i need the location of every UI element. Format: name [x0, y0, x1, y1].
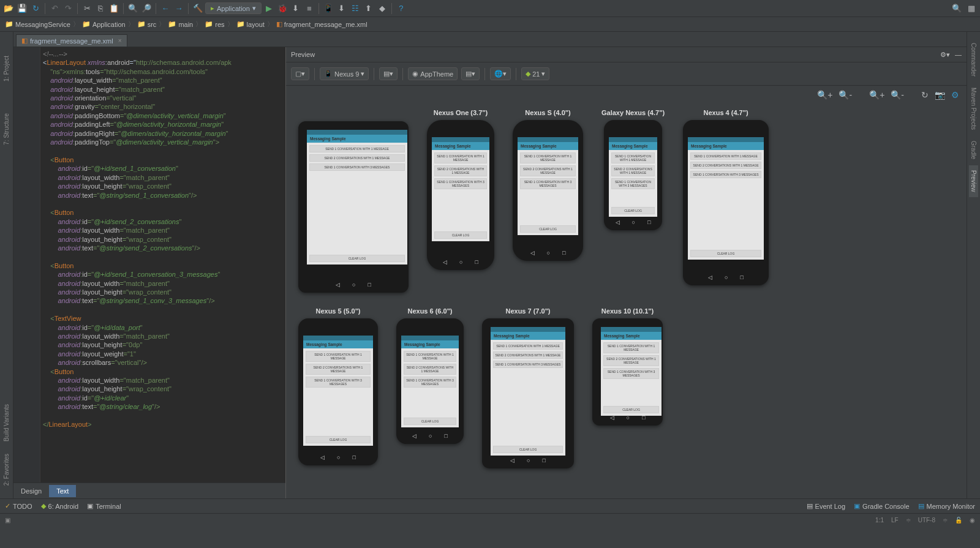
screenshot-icon[interactable]: 📷: [935, 90, 945, 100]
maven-tool-tab[interactable]: Maven Projects: [969, 83, 978, 135]
orientation-button[interactable]: ▢▾: [291, 67, 309, 80]
open-icon[interactable]: 📂: [2, 2, 15, 15]
encoding[interactable]: UTF-8: [918, 517, 935, 524]
zoom-out-icon[interactable]: 🔍-: [839, 90, 852, 100]
forward-icon[interactable]: →: [173, 2, 185, 15]
separator: [391, 3, 392, 14]
run-configuration-dropdown[interactable]: ▸ Application ▾: [205, 2, 262, 14]
settings-icon[interactable]: ⚙: [951, 90, 959, 100]
preview-tool-tab[interactable]: Preview: [969, 165, 978, 197]
todo-tool[interactable]: ✓TODO: [5, 502, 32, 510]
bottom-tool-bar: ✓TODO ◆6: Android ▣Terminal ▤Event Log ▣…: [0, 498, 980, 513]
android-tool[interactable]: ◆6: Android: [41, 502, 79, 510]
zoom-fit-icon[interactable]: 🔍+: [869, 90, 884, 100]
device-preview[interactable]: Galaxy Nexus (4.7") Messaging Sample SEN…: [601, 109, 665, 230]
window-icon[interactable]: ▣: [5, 517, 10, 524]
build-variants-tool-tab[interactable]: Build Variants: [1, 399, 12, 447]
sdk-manager-icon[interactable]: ⬇: [336, 2, 348, 15]
ddms-icon[interactable]: ☷: [349, 2, 361, 15]
terminal-tool[interactable]: ▣Terminal: [87, 502, 121, 510]
breadcrumb-item[interactable]: ◧fragment_message_me.xml: [276, 20, 368, 28]
device-preview[interactable]: Nexus One (3.7") Messaging Sample SEND 1…: [427, 109, 494, 270]
breadcrumb-item[interactable]: 📁Application: [82, 20, 126, 28]
favorites-tool-tab[interactable]: 2: Favorites: [1, 448, 12, 491]
debug-icon[interactable]: 🐞: [276, 2, 288, 15]
run-config-label: Application: [217, 5, 250, 12]
device-preview[interactable]: Nexus 7 (7.0") Messaging Sample SEND 1 C…: [482, 307, 574, 468]
device-preview[interactable]: Nexus S (4.0") Messaging Sample SEND 1 C…: [513, 109, 583, 261]
project-tool-tab[interactable]: 1: Project: [1, 50, 12, 87]
text-tab[interactable]: Text: [49, 485, 76, 497]
theme-dropdown[interactable]: ◉ AppTheme: [408, 67, 458, 80]
undo-icon[interactable]: ↶: [48, 2, 61, 15]
gradle-console-tool[interactable]: ▣Gradle Console: [854, 502, 909, 510]
stop-icon[interactable]: ■: [303, 2, 315, 15]
left-tool-stripe: 1: Project 7: Structure Build Variants 2…: [0, 32, 13, 498]
chevron-right-icon: 〉: [159, 20, 165, 29]
config-button[interactable]: ▤▾: [379, 67, 398, 80]
line-separator[interactable]: LF: [891, 517, 899, 524]
code-editor[interactable]: <!--...--> <LinearLayout xmlns:android="…: [13, 47, 285, 482]
copy-icon[interactable]: ⎘: [94, 2, 107, 15]
folder-icon: 📁: [205, 20, 213, 28]
device-preview[interactable]: Messaging Sample SEND 1 CONVERSATION WIT…: [298, 109, 409, 293]
breadcrumb-item[interactable]: 📁MessagingService: [5, 20, 70, 28]
indicator-icon[interactable]: ◉: [970, 517, 975, 524]
chevron-right-icon: 〉: [128, 20, 135, 29]
help-icon[interactable]: ?: [395, 2, 407, 15]
structure-tool-tab[interactable]: 7: Structure: [1, 108, 12, 151]
locale-button[interactable]: 🌐▾: [490, 67, 511, 80]
design-tab[interactable]: Design: [13, 485, 49, 497]
device-dropdown[interactable]: 📱 Nexus 9 ▾: [320, 67, 369, 80]
breadcrumb-item[interactable]: 📁res: [205, 20, 224, 28]
gear-icon[interactable]: ⚙▾: [940, 51, 950, 59]
zoom-actual-icon[interactable]: 🔍-: [891, 90, 904, 100]
lock-icon[interactable]: 🔓: [955, 517, 962, 524]
commander-tool-tab[interactable]: Commander: [969, 38, 978, 81]
redo-icon[interactable]: ↷: [62, 2, 74, 15]
settings-icon[interactable]: ▦: [965, 2, 978, 15]
monitor-icon[interactable]: ⬆: [363, 2, 375, 15]
replace-icon[interactable]: 🔎: [140, 2, 153, 15]
preview-canvas[interactable]: Messaging Sample SEND 1 CONVERSATION WIT…: [286, 104, 967, 498]
folder-icon: 📁: [137, 20, 146, 28]
find-icon[interactable]: 🔍: [127, 2, 139, 15]
memory-monitor-tool[interactable]: ▤Memory Monitor: [918, 502, 975, 510]
device-preview[interactable]: Nexus 10 (10.1") Messaging Sample SEND 1…: [592, 307, 663, 426]
cut-icon[interactable]: ✂: [81, 2, 93, 15]
design-text-tabs: Design Text: [13, 482, 285, 498]
device-label: Galaxy Nexus (4.7"): [601, 109, 665, 116]
preview-zoom-bar: 🔍+ 🔍- 🔍+ 🔍- ↻ 📷 ⚙: [286, 86, 967, 104]
refresh-icon[interactable]: ↻: [921, 90, 929, 100]
breadcrumb-item[interactable]: 📁layout: [236, 20, 265, 28]
editor-tab-active[interactable]: ◧ fragment_message_me.xml ×: [16, 34, 127, 47]
android-icon2[interactable]: ◆: [376, 2, 388, 15]
breadcrumb-item[interactable]: 📁src: [137, 20, 157, 28]
xml-file-icon: ◧: [21, 37, 28, 45]
breadcrumb-item[interactable]: 📁main: [168, 20, 193, 28]
run-icon[interactable]: ▶: [263, 2, 275, 15]
api-dropdown[interactable]: ◆21▾: [521, 67, 549, 80]
sync-icon[interactable]: ↻: [29, 2, 42, 15]
close-tab-icon[interactable]: ×: [118, 37, 122, 44]
search-everywhere-icon[interactable]: 🔍: [951, 2, 963, 15]
device-label: Nexus One (3.7"): [434, 109, 488, 116]
build-icon[interactable]: 🔨: [192, 2, 204, 15]
device-label: Nexus 4 (4.7"): [704, 109, 748, 116]
device-preview[interactable]: Nexus 5 (5.0") Messaging Sample SEND 1 C…: [298, 307, 378, 465]
hide-icon[interactable]: —: [955, 51, 962, 58]
cursor-position: 1:1: [875, 517, 884, 524]
activity-button[interactable]: ▤▾: [461, 67, 480, 80]
device-preview[interactable]: Nexus 4 (4.7") Messaging Sample SEND 1 C…: [683, 109, 769, 285]
editor-tab-label: fragment_message_me.xml: [30, 37, 113, 45]
paste-icon[interactable]: 📋: [108, 2, 120, 15]
device-preview[interactable]: Nexus 6 (6.0") Messaging Sample SEND 1 C…: [396, 307, 464, 444]
breadcrumb-bar: 📁MessagingService 〉 📁Application 〉 📁src …: [0, 17, 980, 32]
save-icon[interactable]: 💾: [16, 2, 28, 15]
back-icon[interactable]: ←: [159, 2, 172, 15]
avd-icon[interactable]: 📱: [322, 2, 334, 15]
zoom-in-icon[interactable]: 🔍+: [817, 90, 832, 100]
gradle-tool-tab[interactable]: Gradle: [969, 136, 978, 164]
event-log-tool[interactable]: ▤Event Log: [807, 502, 846, 510]
attach-icon[interactable]: ⬇: [290, 2, 302, 15]
